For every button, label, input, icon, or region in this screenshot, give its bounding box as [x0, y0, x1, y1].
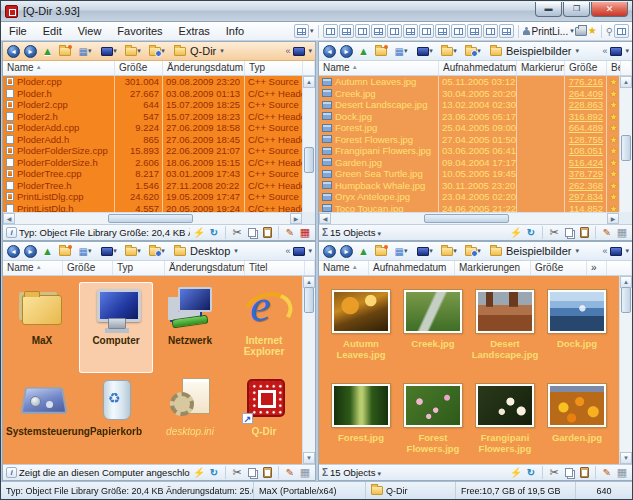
screen-icon[interactable]: ▾ — [98, 244, 120, 259]
chevron-down-icon[interactable]: ▾ — [308, 247, 312, 255]
up-icon[interactable]: ▲ — [40, 44, 55, 59]
desktop-item-systemsteuerung[interactable]: Systemsteuerung — [5, 373, 79, 464]
pane-layout-button[interactable] — [371, 24, 386, 38]
breadcrumb[interactable]: Beispielbilder▾ — [490, 45, 579, 57]
column-header-5[interactable]: » — [587, 261, 607, 275]
cut-icon[interactable]: ✂ — [230, 226, 244, 239]
table-row[interactable]: PloderAdd.cpp9.22427.06.2009 18:58C++ So… — [3, 122, 302, 134]
qdir-grid-icon[interactable]: ▦ — [298, 466, 312, 479]
print-list-button[interactable]: PrintLi... ▾ — [523, 26, 574, 37]
scroll-up-icon[interactable]: ▲ — [303, 76, 315, 88]
menu-item-extras[interactable]: Extras — [171, 22, 218, 40]
table-row[interactable]: Forest.jpg25.04.2005 09:00664.489★ — [319, 122, 619, 134]
view-mode-icon[interactable]: ▦▾ — [74, 44, 96, 59]
scroll-up-icon[interactable]: ▲ — [620, 76, 632, 88]
rename-icon[interactable]: ✎ — [283, 226, 297, 239]
table-row[interactable]: Ploder.cpp301.00409.08.2009 23:20C++ Sou… — [3, 76, 302, 88]
desktop-item-desktop-ini[interactable]: desktop.ini — [153, 373, 227, 464]
scroll-right-icon[interactable]: ▶ — [290, 213, 302, 224]
favorites-star-icon[interactable]: ★ — [588, 26, 597, 36]
refresh-icon[interactable]: ↻ — [524, 226, 538, 239]
forward-icon[interactable]: ▸ — [339, 244, 354, 259]
scroll-up-icon[interactable]: ▲ — [620, 276, 632, 288]
breadcrumb[interactable]: Beispielbilder▾ — [490, 245, 579, 257]
chevron-down-icon[interactable]: ▾ — [625, 247, 629, 255]
menu-item-info[interactable]: Info — [218, 22, 252, 40]
scroll-left-icon[interactable]: ◀ — [3, 213, 15, 224]
table-row[interactable]: PloderAdd.h86527.06.2009 18:45C/C++ Head… — [3, 134, 302, 146]
scrollbar-thumb[interactable] — [424, 214, 509, 223]
table-row[interactable]: Garden.jpg09.04.2004 17:17516.424★ — [319, 157, 619, 169]
menu-item-view[interactable]: View — [70, 22, 110, 40]
pane-layout-button[interactable] — [435, 24, 450, 38]
horizontal-scrollbar[interactable]: ◀▶ — [3, 212, 302, 224]
rename-icon[interactable]: ✎ — [600, 466, 614, 479]
column-header-1[interactable]: Name▲ — [3, 261, 63, 275]
rename-icon[interactable]: ✎ — [600, 226, 614, 239]
desktop-item-max[interactable]: MaX — [5, 282, 79, 373]
up-icon[interactable]: ▲ — [356, 244, 371, 259]
pane-layout-button[interactable] — [499, 24, 514, 38]
scroll-left-icon[interactable]: ◀ — [319, 213, 331, 224]
screen-icon[interactable]: ▾ — [414, 44, 436, 59]
table-row[interactable]: Oryx Antelope.jpg23.04.2005 02:20297.834… — [319, 191, 619, 203]
cut-icon[interactable]: ✂ — [547, 466, 561, 479]
back-icon[interactable]: ◂ — [322, 244, 337, 259]
thumbnail-item[interactable]: Creek.jpg — [397, 290, 469, 384]
folder-icon[interactable]: ▾ — [122, 44, 144, 59]
copy-icon[interactable] — [245, 226, 259, 239]
paste-icon[interactable] — [260, 466, 274, 479]
column-header-1[interactable]: Name▲ — [319, 261, 369, 275]
forward-icon[interactable]: ▸ — [23, 44, 38, 59]
minimize-button[interactable]: ▬ — [535, 2, 562, 17]
qdir-grid-icon[interactable]: ▦ — [298, 226, 312, 239]
scrollbar-thumb[interactable] — [108, 214, 193, 223]
paste-icon[interactable] — [577, 466, 591, 479]
goto-icon[interactable]: ⚡ — [192, 226, 206, 239]
favorites-icon[interactable]: ▾ — [146, 44, 168, 59]
pane-layout-button[interactable] — [451, 24, 466, 38]
pane-layout-button[interactable] — [323, 24, 338, 38]
collapse-icon[interactable]: « — [285, 246, 290, 256]
goto-icon[interactable]: ⚡ — [509, 226, 523, 239]
horizontal-scrollbar[interactable]: ◀▶ — [319, 212, 619, 224]
desktop-item-q-dir[interactable]: ↗Q-Dir — [227, 373, 301, 464]
table-row[interactable]: Forest Flowers.jpg27.04.2005 01:50128.75… — [319, 134, 619, 146]
new-folder-icon[interactable] — [57, 244, 72, 259]
refresh-icon[interactable]: ↻ — [207, 226, 221, 239]
column-header-4[interactable]: Größe — [565, 61, 607, 75]
up-icon[interactable]: ▲ — [356, 44, 371, 59]
cut-icon[interactable]: ✂ — [547, 226, 561, 239]
folder-icon[interactable]: ▾ — [438, 244, 460, 259]
desktop-item-internet-explorer[interactable]: Internet Explorer — [227, 282, 301, 373]
views-dropdown-button[interactable] — [294, 24, 309, 38]
thumbnail-item[interactable]: Desert Landscape.jpg — [469, 290, 541, 384]
collapse-icon[interactable]: « — [285, 46, 290, 56]
menu-item-file[interactable]: File — [1, 22, 35, 40]
back-icon[interactable]: ◂ — [6, 44, 21, 59]
pane-layout-button[interactable] — [467, 24, 482, 38]
new-folder-icon[interactable] — [373, 44, 388, 59]
column-header-1[interactable]: Name▲ — [3, 61, 115, 75]
table-row[interactable]: Frangipani Flowers.jpg03.06.2005 06:4110… — [319, 145, 619, 157]
menu-item-favorites[interactable]: Favorites — [109, 22, 170, 40]
desktop-item-papierkorb[interactable]: Papierkorb — [79, 373, 153, 464]
network-icon[interactable] — [610, 247, 622, 256]
table-row[interactable]: Green Sea Turtle.jpg10.05.2005 19:45378.… — [319, 168, 619, 180]
table-row[interactable]: Ploder2.h54715.07.2009 18:23C/C++ Header — [3, 111, 302, 123]
table-row[interactable]: Dock.jpg23.06.2005 05:17316.892★ — [319, 111, 619, 123]
scrollbar-thumb[interactable] — [621, 135, 631, 161]
forward-icon[interactable]: ▸ — [23, 244, 38, 259]
pane-layout-button[interactable] — [339, 24, 354, 38]
column-header-1[interactable]: Name▲ — [319, 61, 439, 75]
column-header-4[interactable]: Größe — [531, 261, 587, 275]
new-folder-icon[interactable] — [57, 44, 72, 59]
favorites-icon[interactable]: ▾ — [462, 44, 484, 59]
thumbnail-item[interactable]: Forest Flowers.jpg — [397, 384, 469, 464]
favorites-icon[interactable]: ▾ — [146, 244, 168, 259]
table-row[interactable]: PloderTree.h1.54627.11.2008 20:22C/C++ H… — [3, 180, 302, 192]
pane-layout-button[interactable] — [483, 24, 498, 38]
column-header-3[interactable]: Markierun... — [517, 61, 565, 75]
window-layout-button[interactable] — [614, 24, 629, 38]
folder-icon[interactable]: ▾ — [122, 244, 144, 259]
